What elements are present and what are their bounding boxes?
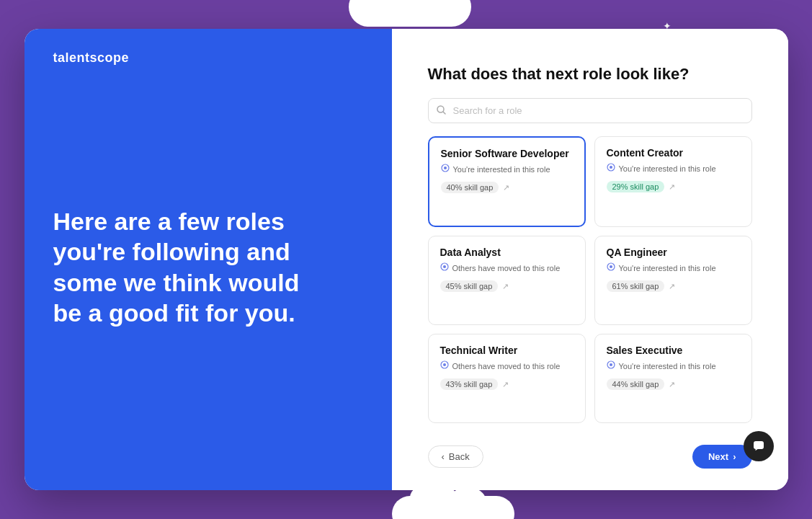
svg-point-9 xyxy=(610,265,612,268)
search-icon xyxy=(437,105,446,117)
skill-gap-row-qa-engineer: 61% skill gap ↗ xyxy=(607,280,740,292)
back-label: Back xyxy=(449,451,470,462)
role-meta-text-content-creator: You're interested in this role xyxy=(619,164,716,173)
role-name-senior-software-developer: Senior Software Developer xyxy=(441,148,573,159)
meta-icon-senior-software-developer xyxy=(441,164,450,174)
skill-gap-badge-technical-writer: 43% skill gap xyxy=(440,378,499,390)
left-panel: talentscope Here are a few roles you're … xyxy=(24,29,392,490)
skill-gap-row-senior-software-developer: 40% skill gap ↗ xyxy=(441,182,573,193)
back-button[interactable]: ‹ Back xyxy=(428,445,483,468)
role-card-content-creator[interactable]: Content Creator You're interested in thi… xyxy=(594,136,752,227)
page-title: What does that next role look like? xyxy=(428,65,752,84)
search-container xyxy=(428,98,752,123)
skill-gap-badge-qa-engineer: 61% skill gap xyxy=(607,280,665,292)
device-frame: talentscope Here are a few roles you're … xyxy=(24,29,788,490)
role-meta-text-technical-writer: Others have moved to this role xyxy=(452,362,561,371)
cloud-bottom-decoration xyxy=(392,496,514,519)
footer: ‹ Back Next › xyxy=(428,438,752,469)
right-panel: What does that next role look like? Seni… xyxy=(392,29,788,490)
skill-gap-badge-senior-software-developer: 40% skill gap xyxy=(441,182,499,193)
meta-icon-technical-writer xyxy=(440,360,449,371)
back-arrow-icon: ‹ xyxy=(442,451,445,462)
skill-gap-badge-data-analyst: 45% skill gap xyxy=(440,280,499,292)
svg-point-7 xyxy=(443,265,446,268)
skill-gap-row-sales-executive: 44% skill gap ↗ xyxy=(607,378,740,390)
search-input[interactable] xyxy=(428,98,752,123)
role-meta-text-sales-executive: You're interested in this role xyxy=(619,362,716,371)
role-meta-senior-software-developer: You're interested in this role xyxy=(441,164,573,174)
role-card-qa-engineer[interactable]: QA Engineer You're interested in this ro… xyxy=(594,236,752,325)
next-arrow-icon: › xyxy=(733,451,736,462)
skill-gap-badge-sales-executive: 44% skill gap xyxy=(607,378,665,390)
left-content-area: Here are a few roles you're following an… xyxy=(53,66,363,469)
left-headline: Here are a few roles you're following an… xyxy=(53,206,327,329)
role-meta-technical-writer: Others have moved to this role xyxy=(440,360,574,371)
external-link-icon-data-analyst[interactable]: ↗ xyxy=(502,282,509,291)
role-card-sales-executive[interactable]: Sales Executive You're interested in thi… xyxy=(594,334,752,423)
role-meta-sales-executive: You're interested in this role xyxy=(607,360,740,371)
svg-point-3 xyxy=(444,167,447,169)
skill-gap-row-content-creator: 29% skill gap ↗ xyxy=(607,181,740,192)
svg-point-5 xyxy=(610,166,612,169)
role-card-technical-writer[interactable]: Technical Writer Others have moved to th… xyxy=(428,334,586,423)
role-name-data-analyst: Data Analyst xyxy=(440,247,574,258)
role-name-technical-writer: Technical Writer xyxy=(440,345,574,356)
svg-point-13 xyxy=(610,363,612,366)
role-meta-qa-engineer: You're interested in this role xyxy=(607,262,740,273)
meta-icon-data-analyst xyxy=(440,262,449,273)
next-button[interactable]: Next › xyxy=(692,445,752,469)
cloud-top-decoration xyxy=(349,0,471,27)
role-card-data-analyst[interactable]: Data Analyst Others have moved to this r… xyxy=(428,236,586,325)
meta-icon-qa-engineer xyxy=(607,262,615,273)
external-link-icon-sales-executive[interactable]: ↗ xyxy=(669,380,675,389)
role-name-content-creator: Content Creator xyxy=(607,147,740,159)
app-logo: talentscope xyxy=(53,50,363,66)
next-label: Next xyxy=(708,451,728,462)
role-meta-text-qa-engineer: You're interested in this role xyxy=(619,264,716,272)
external-link-icon-content-creator[interactable]: ↗ xyxy=(669,182,675,192)
role-meta-content-creator: You're interested in this role xyxy=(607,163,740,174)
external-link-icon-technical-writer[interactable]: ↗ xyxy=(502,380,509,389)
role-meta-data-analyst: Others have moved to this role xyxy=(440,262,574,273)
role-meta-text-senior-software-developer: You're interested in this role xyxy=(453,165,550,174)
svg-line-1 xyxy=(443,112,445,114)
role-card-senior-software-developer[interactable]: Senior Software Developer You're interes… xyxy=(428,136,586,227)
roles-grid: Senior Software Developer You're interes… xyxy=(428,136,752,423)
external-link-icon-senior-software-developer[interactable]: ↗ xyxy=(503,183,509,192)
chat-button[interactable] xyxy=(744,431,774,461)
role-name-sales-executive: Sales Executive xyxy=(607,345,740,356)
skill-gap-badge-content-creator: 29% skill gap xyxy=(607,181,665,192)
external-link-icon-qa-engineer[interactable]: ↗ xyxy=(669,282,675,291)
skill-gap-row-technical-writer: 43% skill gap ↗ xyxy=(440,378,574,390)
meta-icon-content-creator xyxy=(607,163,615,174)
skill-gap-row-data-analyst: 45% skill gap ↗ xyxy=(440,280,574,292)
role-name-qa-engineer: QA Engineer xyxy=(607,247,740,258)
role-meta-text-data-analyst: Others have moved to this role xyxy=(452,264,561,272)
meta-icon-sales-executive xyxy=(607,360,615,371)
svg-point-11 xyxy=(443,363,446,366)
